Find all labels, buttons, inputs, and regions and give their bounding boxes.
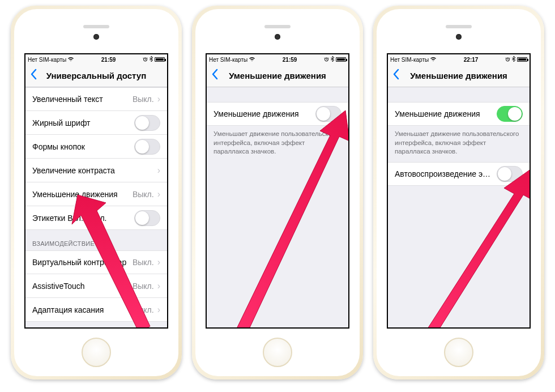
row-value: Выкл. [133,282,154,291]
phone-camera [456,34,462,40]
row-touch-accommodations[interactable]: Адаптация касания Выкл. › [25,298,167,322]
row-on-off-labels[interactable]: Этикетки Вкл./Выкл. [25,206,167,230]
screen: Нет SIM-карты 21:59 [206,53,349,329]
nav-title: Уменьшение движения [207,71,348,80]
nav-bar: Уменьшение движения [207,65,348,87]
alarm-icon [505,57,510,63]
home-button[interactable] [263,338,292,367]
alarm-icon [324,57,329,63]
row-reduce-motion[interactable]: Уменьшение движения [207,102,348,126]
phone-camera [275,34,280,40]
phone-speaker [264,25,291,28]
row-label: Автовоспроизведение эфф… [395,169,497,178]
phone-speaker [83,25,109,28]
screen: Нет SIM-карты 22:17 [387,53,531,329]
bluetooth-icon [512,56,515,63]
row-increase-contrast[interactable]: Увеличение контраста › [25,159,167,182]
status-bar: Нет SIM-карты 21:59 [207,54,348,65]
nav-title: Универсальный доступ [25,71,167,80]
chevron-right-icon: › [157,257,160,267]
toggle-bold-text[interactable] [134,115,160,131]
bluetooth-icon [150,56,153,63]
row-reduce-motion[interactable]: Уменьшение движения [388,102,530,126]
home-button[interactable] [444,338,473,367]
phone-frame: Нет SIM-карты 22:17 [373,6,544,380]
row-label: Уменьшение движения [32,190,133,199]
annotation-arrow [419,168,531,329]
row-value: Выкл. [133,258,154,267]
battery-icon [155,57,165,62]
toggle-on-off-labels[interactable] [134,210,160,226]
section-header-interaction: ВЗАИМОДЕЙСТВИЕ [25,230,167,250]
row-label: Этикетки Вкл./Выкл. [32,214,134,223]
carrier-label: Нет SIM-карты [28,57,66,63]
nav-bar: Уменьшение движения [388,65,530,87]
chevron-left-icon [211,69,218,80]
row-reduce-motion[interactable]: Уменьшение движения Выкл. › [25,182,167,206]
back-button[interactable] [388,69,404,83]
status-bar: Нет SIM-карты 22:17 [388,54,530,65]
back-button[interactable] [207,69,223,83]
wifi-icon [430,57,437,63]
nav-bar: Универсальный доступ [25,65,167,87]
chevron-right-icon: › [157,165,160,176]
row-label: Увеличение контраста [32,166,157,175]
chevron-right-icon: › [157,281,160,291]
row-label: Адаптация касания [32,305,133,314]
wifi-icon [67,57,74,63]
chevron-right-icon: › [157,189,160,199]
phone-frame: Нет SIM-карты 21:59 [11,6,182,380]
carrier-label: Нет SIM-карты [390,57,429,63]
row-label: Формы кнопок [32,142,134,151]
status-time: 22:17 [437,57,505,63]
row-label: Увеличенный текст [32,95,133,104]
row-label: Виртуальный контроллер [32,258,133,267]
alarm-icon [143,57,148,63]
toggle-reduce-motion[interactable] [497,106,523,122]
wifi-icon [249,57,255,63]
phone-camera [93,34,99,40]
chevron-left-icon [30,69,37,80]
row-auto-play-effects[interactable]: Автовоспроизведение эфф… [388,162,530,186]
back-button[interactable] [25,69,41,83]
row-value: Выкл. [133,95,154,104]
row-value: Выкл. [133,190,154,199]
section-footer: Уменьшает движение пользовательского инт… [388,126,530,162]
phone-speaker [446,25,472,28]
phone-frame: Нет SIM-карты 21:59 [192,6,363,380]
status-bar: Нет SIM-карты 21:59 [25,54,167,65]
row-label: Уменьшение движения [214,109,315,118]
screen: Нет SIM-карты 21:59 [24,53,168,329]
row-switch-control[interactable]: Виртуальный контроллер Выкл. › [25,250,167,274]
chevron-right-icon: › [157,94,160,104]
row-button-shapes[interactable]: Формы кнопок [25,135,167,159]
toggle-auto-play-effects[interactable] [497,166,523,182]
toggle-button-shapes[interactable] [134,139,160,155]
row-assistive-touch[interactable]: AssistiveTouch Выкл. › [25,274,167,298]
row-value: Выкл. [133,305,154,314]
toggle-reduce-motion[interactable] [315,106,341,122]
row-larger-text[interactable]: Увеличенный текст Выкл. › [25,87,167,111]
bluetooth-icon [331,56,334,63]
row-label: AssistiveTouch [32,282,133,291]
status-time: 21:59 [255,57,324,63]
carrier-label: Нет SIM-карты [209,57,247,63]
battery-icon [517,57,527,62]
row-label: Уменьшение движения [395,109,497,118]
chevron-left-icon [392,69,399,80]
section-footer: Уменьшает движение пользовательского инт… [207,126,348,162]
chevron-right-icon: › [157,305,160,315]
battery-icon [336,57,346,62]
home-button[interactable] [82,338,111,367]
row-label: Жирный шрифт [32,118,134,127]
row-bold-text[interactable]: Жирный шрифт [25,111,167,135]
status-time: 21:59 [74,57,143,63]
nav-title: Уменьшение движения [388,71,530,80]
